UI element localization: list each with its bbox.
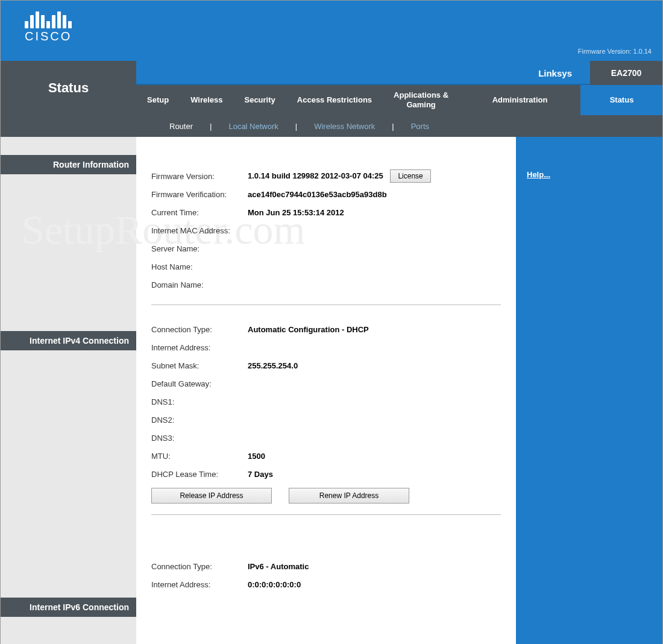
subtab-wireless-network[interactable]: Wireless Network <box>302 122 387 131</box>
current-time-label: Current Time: <box>151 208 248 217</box>
domain-name-label: Domain Name: <box>151 280 248 289</box>
sidebar: Router Information Internet IPv4 Connect… <box>1 137 136 644</box>
section-header-ipv6: Internet IPv6 Connection <box>1 598 136 617</box>
ipv4-dns1-label: DNS1: <box>151 397 248 406</box>
section-ipv4: Connection Type: Automatic Configuration… <box>151 320 501 515</box>
tab-setup[interactable]: Setup <box>136 85 180 115</box>
subtab-ports[interactable]: Ports <box>399 122 441 131</box>
divider <box>151 514 501 515</box>
section-ipv6: Connection Type: IPv6 - Automatic Intern… <box>151 557 501 593</box>
help-column: Help... <box>516 137 662 644</box>
ipv4-address-label: Internet Address: <box>151 343 248 352</box>
server-name-label: Server Name: <box>151 244 248 253</box>
divider <box>151 305 501 305</box>
ipv6-address-value: 0:0:0:0:0:0:0:0 <box>248 580 501 589</box>
nav-row: Status Linksys EA2700 Setup Wireless Sec… <box>1 61 662 115</box>
license-button[interactable]: License <box>390 169 430 183</box>
ipv4-dns2-label: DNS2: <box>151 415 248 425</box>
cisco-bars-icon <box>25 7 72 28</box>
tab-access-restrictions[interactable]: Access Restrictions <box>286 85 383 115</box>
model-name: EA2700 <box>590 61 662 85</box>
ipv4-mtu-value: 1500 <box>248 452 501 461</box>
ipv4-subnet-label: Subnet Mask: <box>151 361 248 370</box>
body: Router Information Internet IPv4 Connect… <box>1 137 662 644</box>
tab-applications-gaming[interactable]: Applications & Gaming <box>383 85 459 115</box>
host-name-label: Host Name: <box>151 262 248 271</box>
ipv4-conn-type-value: Automatic Configuration - DHCP <box>248 325 501 334</box>
tab-row: Setup Wireless Security Access Restricti… <box>136 85 662 115</box>
ipv4-dns3-label: DNS3: <box>151 434 248 443</box>
ipv6-conn-type-label: Connection Type: <box>151 562 248 571</box>
ipv4-subnet-value: 255.255.254.0 <box>248 361 501 370</box>
section-header-router-info: Router Information <box>1 155 136 174</box>
brand-text: CISCO <box>25 30 72 43</box>
model-row: Linksys EA2700 <box>136 61 662 85</box>
ipv4-gateway-label: Default Gateway: <box>151 379 248 388</box>
tab-security[interactable]: Security <box>233 85 286 115</box>
section-header-ipv4: Internet IPv4 Connection <box>1 331 136 350</box>
ipv4-lease-value: 7 Days <box>248 470 501 479</box>
mac-address-label: Internet MAC Address: <box>151 226 248 235</box>
tab-administration[interactable]: Administration <box>459 85 580 115</box>
ipv6-conn-type-value: IPv6 - Automatic <box>248 562 501 571</box>
firmware-version-label: Firmware Version: 1.0.14 <box>578 48 652 55</box>
current-time-value: Mon Jun 25 15:53:14 2012 <box>248 208 501 217</box>
subtab-row: Router | Local Network | Wireless Networ… <box>1 115 662 137</box>
subtab-local-network[interactable]: Local Network <box>216 122 290 131</box>
renew-ip-button[interactable]: Renew IP Address <box>289 488 409 504</box>
ipv6-address-label: Internet Address: <box>151 580 248 589</box>
release-ip-button[interactable]: Release IP Address <box>151 488 272 504</box>
content: SetupRouter.com Firmware Version: 1.0.14… <box>136 137 516 644</box>
subtab-divider: | <box>205 122 216 131</box>
ipv4-conn-type-label: Connection Type: <box>151 325 248 334</box>
subtab-router[interactable]: Router <box>157 122 205 131</box>
subtab-divider: | <box>387 122 398 131</box>
ipv4-mtu-label: MTU: <box>151 452 248 461</box>
help-link[interactable]: Help... <box>527 170 550 179</box>
header: CISCO Firmware Version: 1.0.14 <box>1 1 662 61</box>
tab-wireless[interactable]: Wireless <box>180 85 233 115</box>
page-title: Status <box>48 80 89 96</box>
cisco-logo: CISCO <box>25 7 72 43</box>
firmware-version-value: 1.0.14 build 129982 2012-03-07 04:25 Lic… <box>248 169 501 183</box>
subtab-divider: | <box>291 122 302 131</box>
section-router-info: Firmware Version: 1.0.14 build 129982 20… <box>151 167 501 305</box>
ipv4-lease-label: DHCP Lease Time: <box>151 470 248 479</box>
firmware-verification-value: ace14f0ec7944c0136e53acb95a93d8b <box>248 190 501 199</box>
brand-name: Linksys <box>538 68 572 78</box>
tab-status[interactable]: Status <box>581 85 662 115</box>
firmware-verification-label: Firmware Verification: <box>151 190 248 199</box>
firmware-version-label: Firmware Version: <box>151 172 248 181</box>
